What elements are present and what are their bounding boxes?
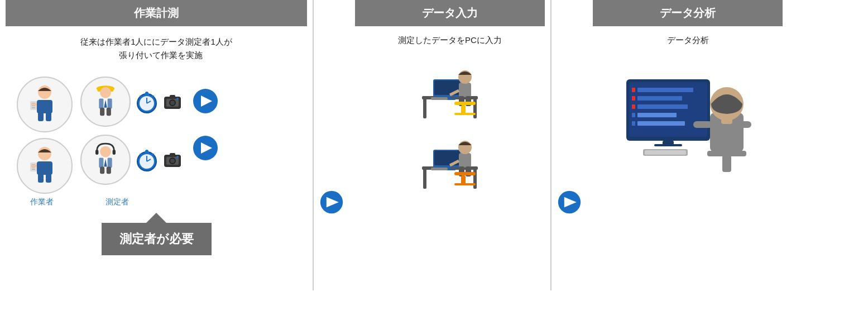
arrows-column [192, 88, 219, 161]
svg-point-55 [145, 150, 148, 153]
svg-rect-1 [37, 100, 52, 113]
pc-workers-group [405, 63, 495, 194]
section1-description: 従来は作業者1人ににデータ測定者1人が 張り付いて作業を実施 [80, 35, 232, 62]
svg-rect-11 [38, 174, 44, 183]
measurer-column [80, 77, 183, 185]
callout-area: 測定者が必要 [6, 216, 307, 255]
svg-rect-110 [632, 104, 635, 109]
camera-icon-2 [162, 149, 183, 170]
svg-rect-109 [637, 96, 682, 101]
svg-point-20 [100, 87, 111, 98]
svg-point-0 [38, 85, 51, 99]
svg-rect-47 [108, 157, 112, 168]
stopwatch-icon-1 [134, 89, 160, 114]
svg-rect-42 [113, 150, 116, 155]
measurer-figure-1 [85, 82, 126, 122]
measurer-figure-2 [85, 140, 126, 180]
svg-rect-117 [654, 144, 682, 146]
arrow-between-icon-2 [557, 190, 582, 214]
camera-icon-1 [162, 91, 183, 112]
svg-rect-83 [454, 102, 476, 105]
measurer-circle-1 [80, 77, 131, 127]
svg-rect-107 [637, 88, 693, 92]
svg-rect-71 [423, 98, 426, 118]
svg-rect-26 [107, 108, 111, 116]
svg-rect-3 [46, 112, 51, 121]
worker-column [17, 77, 73, 194]
svg-rect-62 [170, 153, 175, 156]
section2-description: 測定したデータをPCに入力 [398, 35, 502, 46]
svg-rect-119 [645, 150, 686, 155]
svg-rect-77 [431, 97, 448, 100]
worker-circle-1 [17, 77, 73, 132]
analyst-illustration [615, 68, 760, 180]
svg-rect-23 [99, 99, 103, 109]
svg-rect-49 [107, 167, 111, 174]
svg-rect-46 [99, 157, 103, 168]
measurer-row-1 [80, 77, 183, 127]
svg-point-9 [38, 147, 51, 160]
section-data-input: データ入力 測定したデータをPCに入力 [349, 0, 550, 315]
analyst-figure [615, 68, 760, 180]
svg-rect-112 [632, 113, 635, 117]
arrow-right-2 [192, 135, 219, 161]
worker-label: 作業者 [11, 197, 73, 207]
svg-rect-88 [473, 169, 477, 189]
svg-rect-85 [454, 113, 476, 115]
worker-circle-2 [17, 138, 73, 194]
worker-labels: 作業者 測定者 [6, 197, 307, 207]
measurer-row-2 [80, 135, 183, 185]
svg-rect-57 [151, 154, 154, 155]
svg-point-63 [176, 156, 179, 158]
svg-rect-12 [46, 174, 51, 183]
svg-rect-94 [459, 153, 471, 168]
svg-rect-122 [721, 117, 732, 124]
svg-point-61 [170, 159, 175, 163]
arrow-between-icon-1 [319, 190, 344, 214]
svg-rect-72 [473, 98, 477, 118]
svg-rect-106 [632, 88, 635, 92]
svg-rect-56 [140, 154, 143, 155]
svg-rect-108 [632, 96, 635, 101]
instruments-2 [134, 147, 183, 173]
section1-header: 作業計測 [6, 0, 307, 26]
arrow-section1-2 [314, 89, 349, 315]
svg-rect-10 [37, 161, 52, 175]
section2-header: データ入力 [355, 0, 545, 26]
svg-rect-123 [693, 121, 712, 128]
stopwatch-icon-2 [134, 147, 160, 173]
svg-rect-124 [739, 121, 751, 128]
section3-header: データ分析 [593, 0, 783, 26]
svg-rect-34 [151, 96, 154, 97]
arrow-right-1 [192, 88, 219, 114]
svg-rect-41 [95, 150, 98, 155]
measurer-circle-2 [80, 135, 131, 185]
arrow-section2-3 [552, 89, 587, 315]
svg-rect-101 [454, 183, 476, 185]
svg-point-38 [170, 101, 175, 105]
svg-rect-113 [637, 113, 677, 117]
callout-box: 測定者が必要 [102, 223, 212, 255]
svg-point-32 [145, 92, 148, 95]
svg-rect-99 [454, 172, 476, 175]
svg-rect-93 [431, 168, 448, 170]
workers-layout [6, 77, 307, 194]
svg-rect-2 [38, 112, 44, 121]
svg-rect-111 [637, 104, 688, 109]
instruments-1 [134, 89, 183, 114]
worker-figure-2 [22, 144, 67, 188]
svg-rect-48 [100, 167, 104, 174]
person-at-pc-2 [405, 133, 495, 194]
section3-description: データ分析 [667, 35, 709, 46]
measurer-label: 測定者 [73, 197, 162, 207]
svg-rect-78 [459, 83, 471, 97]
worker-figure-1 [22, 82, 67, 127]
svg-rect-25 [100, 108, 104, 116]
svg-point-43 [100, 146, 111, 157]
svg-point-40 [176, 98, 179, 100]
svg-rect-126 [722, 155, 731, 172]
person-at-pc-1 [405, 63, 495, 124]
section-sakugyo-keisoku: 作業計測 従来は作業者1人ににデータ測定者1人が 張り付いて作業を実施 [0, 0, 313, 315]
svg-rect-33 [140, 96, 143, 97]
svg-rect-115 [637, 121, 685, 126]
